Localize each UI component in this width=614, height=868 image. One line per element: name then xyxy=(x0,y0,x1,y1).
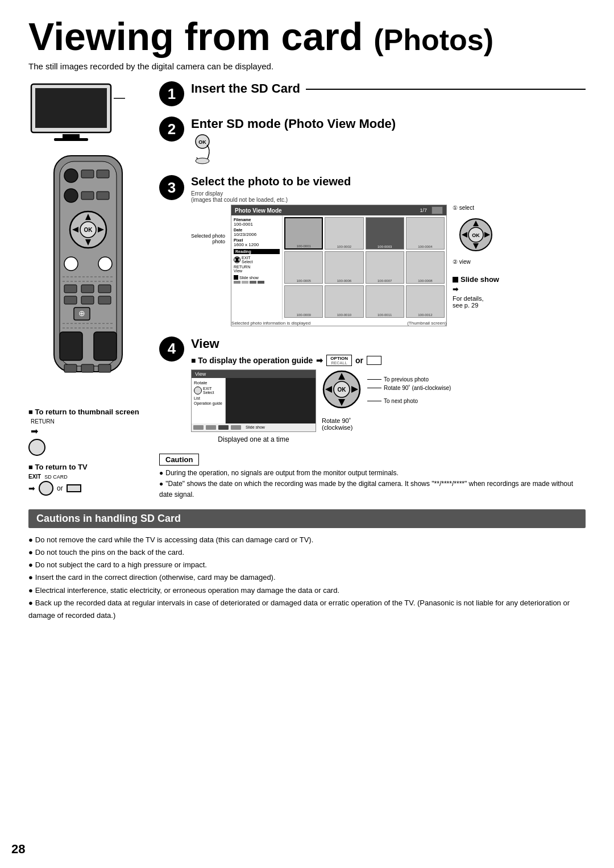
return-sub: RETURN xyxy=(31,418,148,425)
vs-view-label: View xyxy=(195,371,206,377)
svg-rect-35 xyxy=(94,332,117,360)
svg-rect-34 xyxy=(60,332,82,360)
slide-show-icon xyxy=(234,275,238,280)
handling-item-4: Electrical interference, static electric… xyxy=(28,584,586,597)
svg-point-41 xyxy=(196,158,209,164)
svg-rect-36 xyxy=(64,364,77,372)
thumb-6: 100-0007 xyxy=(366,251,404,284)
pv-thumb-grid: 100-0001 100-0002 100-0003 100-0004 100-… xyxy=(284,217,445,318)
thumb-2: 100-0003 xyxy=(366,217,404,250)
return-circle xyxy=(28,439,148,456)
pv-header: Photo View Mode 1/7 xyxy=(231,205,446,215)
s4-nav-group: OK xyxy=(322,369,451,412)
svg-rect-26 xyxy=(98,285,111,293)
circle2-text: ② view xyxy=(453,259,471,265)
pv-pixel-row: Pixel 1600 x 1200 xyxy=(234,238,280,247)
step2: 2 Enter SD mode (Photo View Mode) OK xyxy=(159,117,586,165)
svg-text:OK: OK xyxy=(472,232,480,238)
vs-btn-1 xyxy=(193,425,204,430)
photo-view-screen: Photo View Mode 1/7 Filename 100-0001 xyxy=(231,205,447,326)
svg-rect-3 xyxy=(54,138,88,141)
ok-nav-svg: OK xyxy=(459,218,493,252)
page-number: 28 xyxy=(11,842,25,857)
select-btn xyxy=(234,256,240,263)
svg-rect-24 xyxy=(64,285,77,293)
svg-rect-29 xyxy=(98,296,111,304)
for-details: For details, see p. 29 xyxy=(453,295,499,309)
ok-nav-3: OK xyxy=(459,218,493,252)
step4: 4 View ■ To display the operation guide … xyxy=(159,337,586,443)
pv-controls: EXITSelect RETURNView xyxy=(234,256,280,273)
thumb-7: 100-0008 xyxy=(406,251,445,284)
svg-rect-1 xyxy=(35,88,107,128)
return-section: ■ To return to thumbnail screen RETURN ➡… xyxy=(28,408,148,496)
vs-slide-label: Slide show xyxy=(246,425,265,430)
next-photo-text: To next photo xyxy=(384,398,418,404)
prev-photo-label: To previous photo xyxy=(367,376,451,383)
svg-rect-9 xyxy=(97,170,109,178)
return-ctrl: RETURNView xyxy=(234,265,280,273)
vs-footer: Slide show xyxy=(192,423,316,431)
view-screen-wrapper: View Rotate EXIT xyxy=(191,369,316,443)
step2-number: 2 xyxy=(159,117,184,142)
date-label: Date xyxy=(234,228,280,232)
svg-rect-12 xyxy=(97,192,109,200)
remote-svg: OK xyxy=(43,153,134,403)
step1-title-line: Insert the SD Card xyxy=(191,81,586,96)
slide-show-title: Slide show xyxy=(453,275,499,284)
see-p-text: see p. 29 xyxy=(453,302,478,309)
op-arrow: ➡ xyxy=(316,356,323,365)
main-layout: OK xyxy=(28,81,586,500)
sd-card-label: SD CARD xyxy=(44,474,68,480)
step4-right-nav: OK xyxy=(322,369,451,431)
handling-section-title: Cautions in handling SD Card xyxy=(28,509,586,528)
caution-item-1: "Date" shows the date on which the recor… xyxy=(159,479,586,500)
handling-item-1: Do not touch the pins on the back of the… xyxy=(28,546,586,559)
vs-btn-2 xyxy=(206,425,216,430)
slide-show-label-small: Slide show xyxy=(239,276,259,280)
pv-date-row: Date 10/23/2006 xyxy=(234,228,280,237)
thumb-8: 100-0009 xyxy=(284,285,323,318)
or-text: or xyxy=(57,484,63,492)
tv-illustration xyxy=(28,81,131,144)
step3-right: ① select OK xyxy=(453,205,499,309)
svg-rect-8 xyxy=(81,170,94,178)
rotate-acw-label: Rotate 90˚ (anti-clockwise) xyxy=(367,385,451,391)
vs-btn-4 xyxy=(231,425,241,430)
step4-content: View ■ To display the operation guide ➡ … xyxy=(191,337,586,443)
pv-mode-title: Photo View Mode xyxy=(235,207,282,214)
remote-wrapper: OK xyxy=(28,153,148,403)
vs-body: Rotate EXIT Select Li xyxy=(192,378,316,423)
left-column: OK xyxy=(28,81,148,496)
prev-photo-text: To previous photo xyxy=(384,376,429,383)
reading-label: Reading xyxy=(234,249,280,254)
step1: 1 Insert the SD Card xyxy=(159,81,586,106)
right-column: 1 Insert the SD Card 2 Enter SD mode (Ph… xyxy=(159,81,586,500)
ok-hand-icon: OK xyxy=(191,134,225,165)
pv-icon xyxy=(432,206,443,214)
s4-nav-svg: OK xyxy=(322,369,362,409)
exit-label: EXIT xyxy=(28,474,41,480)
pv-info-panel: Filename 100-0001 Date 10/23/2006 Pixel xyxy=(231,215,283,319)
caution-item-0: During the operation, no signals are out… xyxy=(159,468,586,479)
exit-ctrl: EXITSelect xyxy=(242,256,252,264)
svg-text:OK: OK xyxy=(338,387,347,393)
option-btn: OPTION RECALL xyxy=(326,355,352,366)
thumbnail-label: (Thumbnail screen) xyxy=(407,321,446,326)
pixel-label: Pixel xyxy=(234,238,280,242)
return-tv-text: ■ To return to TV xyxy=(28,463,88,471)
handling-item-0: Do not remove the card while the TV is a… xyxy=(28,534,586,546)
slide-show-arr: ➡ xyxy=(453,285,458,293)
step2-content: Enter SD mode (Photo View Mode) OK xyxy=(191,117,586,165)
selected-line: photo xyxy=(213,239,226,244)
svg-rect-2 xyxy=(63,134,80,139)
thumb-0: 100-0001 xyxy=(284,217,323,250)
view-screen: View Rotate EXIT xyxy=(191,369,316,432)
step3-title: Select the photo to be viewed xyxy=(191,175,586,188)
filename-label: Filename xyxy=(234,218,280,222)
op-guide-line: ■ To display the operation guide ➡ OPTIO… xyxy=(191,355,586,366)
exit-arrow: ➡ xyxy=(28,484,35,493)
circle1-label: ① select xyxy=(453,205,499,211)
step3-selected-label: Selected photo photo xyxy=(191,205,225,244)
return-arrow: ➡ xyxy=(31,426,148,437)
